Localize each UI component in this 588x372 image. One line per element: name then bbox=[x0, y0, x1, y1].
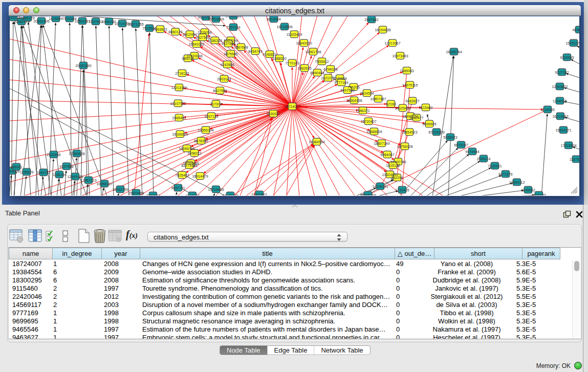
svg-text:3158692: 3158692 bbox=[146, 194, 160, 196]
svg-text:6497568: 6497568 bbox=[340, 89, 354, 92]
svg-text:7625402: 7625402 bbox=[175, 173, 189, 177]
svg-text:252254: 252254 bbox=[391, 176, 403, 180]
svg-text:19384554: 19384554 bbox=[309, 140, 324, 144]
svg-text:20691406: 20691406 bbox=[33, 19, 49, 23]
svg-text:18807249: 18807249 bbox=[374, 142, 389, 145]
svg-text:15923468: 15923468 bbox=[128, 191, 144, 195]
svg-text:15692971: 15692971 bbox=[555, 128, 571, 132]
svg-text:1824493: 1824493 bbox=[532, 193, 546, 196]
svg-text:9397588: 9397588 bbox=[59, 165, 73, 168]
svg-text:65648236: 65648236 bbox=[10, 169, 20, 173]
svg-text:0433218: 0433218 bbox=[10, 16, 20, 19]
svg-text:8990448: 8990448 bbox=[310, 71, 324, 75]
svg-text:989016: 989016 bbox=[182, 57, 193, 60]
svg-text:12093822: 12093822 bbox=[552, 85, 568, 89]
svg-text:19166829: 19166829 bbox=[172, 133, 188, 136]
svg-text:8860123: 8860123 bbox=[168, 30, 182, 34]
svg-text:7357224: 7357224 bbox=[226, 26, 240, 29]
svg-text:2803144: 2803144 bbox=[217, 77, 231, 81]
svg-text:17359928: 17359928 bbox=[69, 152, 84, 156]
svg-text:8454749: 8454749 bbox=[248, 50, 262, 53]
svg-text:16053809: 16053809 bbox=[208, 17, 224, 21]
svg-text:3875685: 3875685 bbox=[224, 52, 237, 56]
svg-text:4896383: 4896383 bbox=[572, 28, 579, 32]
svg-text:1588520: 1588520 bbox=[272, 57, 286, 60]
svg-text:10958137: 10958137 bbox=[96, 182, 112, 186]
svg-text:10107552: 10107552 bbox=[170, 102, 186, 105]
svg-text:9115460: 9115460 bbox=[419, 106, 433, 110]
svg-text:2020656: 2020656 bbox=[47, 153, 60, 157]
svg-text:16671355: 16671355 bbox=[127, 23, 143, 26]
svg-text:10025438: 10025438 bbox=[395, 106, 410, 110]
svg-text:8386379: 8386379 bbox=[20, 16, 34, 20]
svg-text:01429401: 01429401 bbox=[251, 193, 267, 196]
svg-text:9227342: 9227342 bbox=[555, 71, 569, 74]
svg-text:16640910: 16640910 bbox=[296, 41, 312, 45]
svg-text:12213369: 12213369 bbox=[171, 86, 187, 90]
svg-text:3215955: 3215955 bbox=[540, 108, 554, 112]
svg-text:11325419: 11325419 bbox=[287, 33, 302, 36]
svg-text:87234309: 87234309 bbox=[428, 130, 444, 134]
svg-text:12505135: 12505135 bbox=[67, 175, 83, 179]
svg-text:17957223: 17957223 bbox=[80, 179, 96, 182]
svg-text:62160: 62160 bbox=[386, 102, 396, 106]
svg-text:16543382: 16543382 bbox=[188, 42, 204, 46]
svg-text:1527602: 1527602 bbox=[89, 20, 102, 24]
svg-text:10120746: 10120746 bbox=[390, 160, 406, 164]
svg-text:9245652: 9245652 bbox=[521, 188, 535, 192]
svg-text:5938923: 5938923 bbox=[443, 136, 457, 139]
svg-text:10553287: 10553287 bbox=[74, 19, 90, 23]
svg-text:10973493: 10973493 bbox=[392, 54, 408, 58]
svg-text:16210643: 16210643 bbox=[552, 115, 568, 118]
svg-text:9327508: 9327508 bbox=[221, 42, 235, 46]
svg-text:7663822: 7663822 bbox=[153, 28, 167, 31]
svg-text:1167531: 1167531 bbox=[570, 158, 579, 161]
svg-text:9242846: 9242846 bbox=[220, 63, 234, 67]
svg-text:1156829: 1156829 bbox=[20, 170, 34, 174]
svg-text:10654112: 10654112 bbox=[509, 181, 525, 184]
svg-text:9699695: 9699695 bbox=[422, 122, 436, 126]
svg-text:20055713: 20055713 bbox=[13, 20, 29, 24]
svg-text:6679197: 6679197 bbox=[454, 143, 468, 147]
svg-text:15751074: 15751074 bbox=[565, 41, 579, 45]
svg-text:2718120: 2718120 bbox=[175, 72, 189, 75]
svg-text:2530027: 2530027 bbox=[266, 112, 280, 116]
svg-text:2087682: 2087682 bbox=[364, 18, 378, 21]
svg-text:2942737: 2942737 bbox=[36, 171, 50, 174]
svg-text:8471676: 8471676 bbox=[498, 172, 512, 176]
svg-text:10807487: 10807487 bbox=[370, 97, 386, 101]
svg-text:8912954: 8912954 bbox=[183, 33, 197, 36]
svg-text:10961758: 10961758 bbox=[305, 50, 321, 54]
svg-text:7955812: 7955812 bbox=[315, 60, 329, 63]
svg-text:16046766: 16046766 bbox=[179, 147, 194, 150]
svg-text:3267130: 3267130 bbox=[204, 115, 218, 118]
svg-text:8678352: 8678352 bbox=[194, 139, 208, 143]
svg-text:9329965: 9329965 bbox=[560, 56, 574, 59]
svg-text:1244415: 1244415 bbox=[553, 99, 567, 103]
svg-text:4216073: 4216073 bbox=[185, 194, 199, 196]
svg-text:7632621: 7632621 bbox=[488, 164, 502, 168]
svg-text:9474444: 9474444 bbox=[465, 150, 479, 154]
svg-text:19654923: 19654923 bbox=[401, 130, 417, 134]
svg-text:1615132: 1615132 bbox=[386, 164, 400, 167]
svg-text:7770143: 7770143 bbox=[285, 61, 299, 65]
svg-text:55698169: 55698169 bbox=[360, 193, 376, 196]
svg-text:1145194: 1145194 bbox=[53, 173, 67, 177]
svg-text:7485063: 7485063 bbox=[400, 69, 413, 73]
svg-text:1615594: 1615594 bbox=[49, 17, 62, 20]
svg-text:82175946: 82175946 bbox=[181, 164, 197, 167]
svg-text:12213967: 12213967 bbox=[384, 41, 400, 45]
svg-text:6794028: 6794028 bbox=[323, 68, 337, 71]
svg-text:9463627: 9463627 bbox=[405, 99, 419, 103]
svg-text:9084067: 9084067 bbox=[380, 153, 394, 157]
svg-text:17975115: 17975115 bbox=[402, 83, 418, 87]
svg-text:16914479: 16914479 bbox=[192, 174, 208, 178]
svg-text:16782759: 16782759 bbox=[112, 188, 128, 191]
svg-text:12355194: 12355194 bbox=[198, 128, 213, 132]
svg-text:2935114: 2935114 bbox=[477, 157, 491, 161]
svg-text:20053390: 20053390 bbox=[75, 64, 91, 68]
svg-text:16648764: 16648764 bbox=[446, 50, 462, 54]
svg-text:1362615: 1362615 bbox=[297, 67, 311, 70]
svg-text:8427552: 8427552 bbox=[213, 89, 227, 93]
svg-text:16154838: 16154838 bbox=[375, 28, 390, 32]
